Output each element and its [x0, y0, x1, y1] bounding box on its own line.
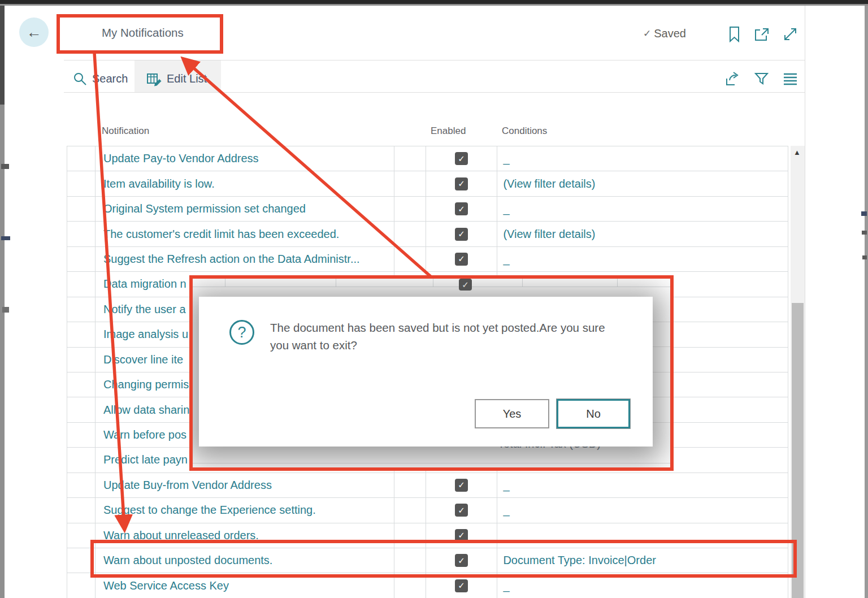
row-selector-cell[interactable]	[67, 523, 96, 548]
conditions-cell[interactable]: _	[497, 498, 788, 522]
row-selector-cell[interactable]	[67, 372, 96, 397]
conditions-cell[interactable]: _	[497, 146, 788, 171]
row-selector-cell[interactable]	[67, 448, 96, 472]
open-in-new-window-icon[interactable]	[754, 27, 770, 44]
search-icon[interactable]	[73, 72, 88, 89]
conditions-cell[interactable]: _	[497, 473, 788, 497]
row-selector-cell[interactable]	[67, 222, 96, 246]
conditions-cell[interactable]: _	[497, 523, 788, 548]
spacer-cell	[394, 498, 426, 522]
no-button[interactable]: No	[556, 398, 631, 429]
conditions-cell[interactable]: (View filter details)	[497, 171, 788, 196]
column-header-notification[interactable]: Notification	[102, 125, 149, 137]
enabled-cell: ✓	[426, 171, 498, 196]
paste-grid-line	[189, 287, 674, 287]
row-selector-cell[interactable]	[67, 146, 96, 171]
choose-columns-icon[interactable]	[783, 72, 798, 88]
row-selector-cell[interactable]	[67, 348, 96, 372]
scrollbar-up-icon[interactable]: ▲	[793, 148, 801, 157]
enabled-checkbox[interactable]: ✓	[455, 228, 468, 241]
edit-list-icon[interactable]	[146, 72, 162, 89]
back-button[interactable]: ←	[19, 18, 49, 47]
notification-cell[interactable]: Original System permission set changed	[96, 197, 394, 221]
enabled-checkbox[interactable]: ✓	[455, 579, 468, 592]
background-right-edge	[865, 6, 868, 598]
saved-check-icon: ✓	[643, 28, 651, 40]
enabled-cell: ✓	[426, 473, 498, 497]
notification-cell[interactable]: Suggest to change the Experience setting…	[96, 498, 394, 522]
scrollbar-thumb[interactable]	[792, 303, 804, 598]
spacer-cell	[394, 523, 426, 548]
row-selector-cell[interactable]	[67, 322, 96, 346]
paste-grid-line	[653, 346, 674, 347]
notification-cell[interactable]: The customer's credit limit has been exc…	[96, 222, 394, 246]
notification-cell[interactable]: Suggest the Refresh action on the Data A…	[96, 247, 394, 271]
spacer-cell	[394, 171, 426, 196]
enabled-checkbox[interactable]: ✓	[455, 554, 468, 567]
conditions-cell[interactable]: _	[497, 197, 788, 221]
row-selector-cell[interactable]	[67, 498, 96, 522]
enabled-checkbox[interactable]: ✓	[455, 479, 468, 492]
filter-icon[interactable]	[754, 71, 770, 89]
table-row: Suggest to change the Experience setting…	[67, 498, 788, 523]
enabled-cell: ✓	[426, 498, 498, 522]
spacer-cell	[394, 573, 426, 597]
table-row: The customer's credit limit has been exc…	[67, 222, 788, 246]
conditions-cell[interactable]: _	[497, 573, 788, 597]
row-selector-cell[interactable]	[67, 197, 96, 221]
conditions-cell[interactable]: _	[497, 247, 788, 271]
yes-button[interactable]: Yes	[475, 399, 549, 428]
enabled-checkbox[interactable]: ✓	[455, 529, 468, 542]
notification-cell[interactable]: Warn about unreleased orders.	[96, 523, 394, 548]
table-row: Update Pay-to Vendor Address✓_	[67, 146, 788, 171]
expand-icon[interactable]	[783, 27, 798, 44]
row-selector-cell[interactable]	[67, 473, 96, 497]
row-selector-cell[interactable]	[67, 573, 96, 597]
row-selector-cell[interactable]	[67, 548, 96, 573]
background-fragment	[2, 307, 9, 313]
notification-cell[interactable]: Item availability is low.	[96, 171, 394, 196]
background-fragment	[1, 164, 9, 169]
search-button[interactable]: Search	[92, 72, 128, 85]
paste-grid-line	[433, 275, 433, 287]
table-row: Update Buy-from Vendor Address✓_	[67, 473, 788, 498]
window-top-bar	[0, 0, 868, 4]
row-selector-cell[interactable]	[67, 272, 96, 296]
paste-grid-line	[653, 372, 674, 372]
page-right-border	[805, 6, 805, 598]
table-row: Original System permission set changed✓_	[67, 197, 788, 222]
enabled-checkbox[interactable]: ✓	[455, 253, 468, 266]
toolbar-bottom-divider	[64, 92, 805, 93]
notification-cell[interactable]: Update Pay-to Vendor Address	[96, 146, 394, 171]
background-fragment	[861, 211, 867, 216]
enabled-checkbox[interactable]: ✓	[455, 177, 468, 190]
paste-grid-line	[653, 422, 674, 423]
enabled-cell: ✓	[426, 573, 498, 597]
paste-grid-line	[617, 275, 618, 287]
notification-cell[interactable]: Warn about unposted documents.	[96, 548, 394, 573]
page-title: My Notifications	[102, 26, 184, 40]
enabled-checkbox[interactable]: ✓	[455, 202, 468, 215]
column-header-enabled[interactable]: Enabled	[431, 125, 466, 137]
paste-grid-line	[653, 397, 674, 397]
row-selector-cell[interactable]	[67, 397, 96, 422]
enabled-checkbox[interactable]: ✓	[455, 504, 468, 517]
row-selector-cell[interactable]	[67, 171, 96, 196]
notification-cell[interactable]: Update Buy-from Vendor Address	[96, 473, 394, 497]
row-selector-cell[interactable]	[67, 423, 96, 447]
spacer-cell	[394, 222, 426, 246]
enabled-cell: ✓	[426, 197, 498, 221]
question-icon: ?	[229, 320, 254, 345]
row-selector-cell[interactable]	[67, 247, 96, 271]
column-header-conditions[interactable]: Conditions	[502, 125, 547, 137]
bookmark-icon[interactable]	[728, 26, 741, 45]
saved-label: Saved	[654, 27, 686, 40]
conditions-cell[interactable]: (View filter details)	[497, 222, 788, 246]
conditions-cell[interactable]: Document Type: Invoice|Order	[497, 548, 788, 573]
row-selector-cell[interactable]	[67, 297, 96, 322]
edit-list-button[interactable]: Edit List	[167, 72, 207, 85]
notification-cell[interactable]: Web Service Access Key	[96, 573, 394, 597]
enabled-checkbox[interactable]: ✓	[455, 152, 468, 165]
table-row: Item availability is low.✓(View filter d…	[67, 171, 788, 196]
share-icon[interactable]	[724, 71, 740, 89]
